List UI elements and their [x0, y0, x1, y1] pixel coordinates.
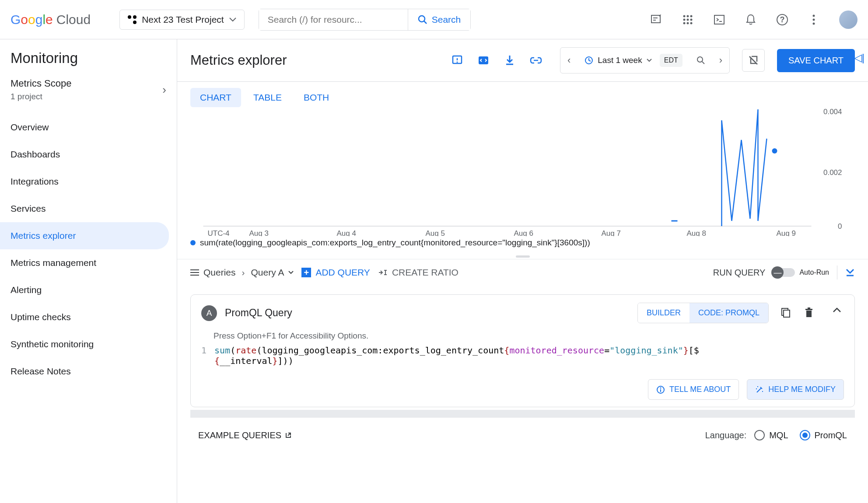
header-utilities: ? [650, 10, 858, 29]
code-mode-button[interactable]: CODE: PROMQL [690, 303, 768, 323]
download-icon[interactable] [502, 53, 517, 68]
sidebar-item-services[interactable]: Services [0, 195, 177, 222]
svg-rect-49 [805, 309, 812, 310]
project-picker[interactable]: Next 23 Test Project [119, 10, 245, 30]
main-content: Metrics explorer ‹ Last 1 week EDT › SAV… [177, 39, 868, 503]
code-icon[interactable] [476, 53, 491, 68]
tab-table[interactable]: TABLE [244, 88, 291, 107]
code-editor[interactable]: 1 sum(rate(logging_googleapis_com:export… [191, 345, 854, 372]
time-range-picker[interactable]: Last 1 week EDT [578, 48, 689, 73]
query-ai-actions: TELL ME ABOUT HELP ME MODIFY [191, 372, 854, 407]
tell-me-about-button[interactable]: TELL ME ABOUT [648, 379, 739, 400]
chevron-right-icon: › [162, 83, 166, 97]
sidebar-item-dashboards[interactable]: Dashboards [0, 141, 177, 168]
avatar[interactable] [839, 10, 858, 29]
svg-rect-47 [784, 310, 790, 317]
separator [837, 265, 837, 279]
copy-icon[interactable] [781, 307, 792, 319]
sidebar-item-label: Dashboards [10, 149, 60, 159]
collapse-icon[interactable] [833, 307, 844, 319]
help-me-modify-label: HELP ME MODIFY [768, 385, 836, 394]
sidebar-item-metrics-management[interactable]: Metrics management [0, 249, 177, 276]
radio-mql[interactable]: MQL [754, 430, 788, 440]
svg-point-10 [690, 18, 693, 21]
search-button-label: Search [432, 14, 461, 25]
time-range-label: Last 1 week [598, 56, 642, 65]
project-icon [128, 15, 136, 24]
caret-down-icon [229, 17, 236, 22]
section-divider [190, 410, 855, 418]
svg-rect-2 [651, 15, 660, 23]
sidebar-item-label: Alerting [10, 285, 42, 295]
sidebar-item-overview[interactable]: Overview [0, 114, 177, 141]
svg-rect-50 [808, 307, 810, 309]
feedback-icon[interactable] [650, 14, 662, 26]
delete-icon[interactable] [805, 307, 816, 319]
external-link-icon [285, 432, 292, 439]
svg-text:?: ? [780, 15, 785, 24]
sidebar: Monitoring Metrics Scope 1 project › Ove… [0, 39, 177, 503]
caret-down-icon [647, 59, 652, 62]
add-query-button[interactable]: + ADD QUERY [301, 267, 370, 278]
query-a-label: Query A [251, 267, 284, 278]
example-queries-link[interactable]: EXAMPLE QUERIES [198, 430, 292, 440]
sidebar-item-release-notes[interactable]: Release Notes [0, 358, 177, 385]
radio-icon [754, 430, 765, 440]
svg-point-8 [683, 18, 686, 21]
cloud-shell-icon[interactable] [713, 14, 725, 26]
accessibility-hint: Press Option+F1 for Accessibility Option… [191, 331, 854, 345]
sidebar-item-label: Services [10, 203, 46, 213]
metrics-scope[interactable]: Metrics Scope 1 project › [0, 74, 177, 114]
radio-promql[interactable]: PromQL [800, 430, 847, 440]
editor-mode-toggle: BUILDER CODE: PROMQL [637, 303, 769, 323]
feedback-icon[interactable] [450, 53, 465, 68]
svg-text:Aug 7: Aug 7 [602, 229, 621, 236]
auto-run-label: Auto-Run [799, 269, 829, 276]
create-ratio-label: CREATE RATIO [392, 267, 458, 278]
tab-both[interactable]: BOTH [294, 88, 339, 107]
page-title: Metrics explorer [190, 52, 441, 68]
info-icon [656, 385, 665, 394]
help-icon[interactable]: ? [776, 14, 788, 26]
radio-promql-label: PromQL [815, 430, 847, 440]
help-me-modify-button[interactable]: HELP ME MODIFY [747, 379, 844, 400]
tab-chart[interactable]: CHART [190, 88, 241, 107]
builder-mode-button[interactable]: BUILDER [638, 303, 690, 323]
expand-all-icon[interactable] [845, 268, 855, 277]
resize-handle-icon[interactable] [177, 254, 868, 259]
time-prev-button[interactable]: ‹ [560, 49, 578, 72]
link-icon[interactable] [528, 53, 543, 68]
search-box: Search [259, 9, 471, 31]
save-button-label: SAVE CHART [788, 56, 844, 65]
notifications-icon[interactable] [745, 14, 757, 26]
search-input[interactable] [259, 9, 408, 30]
create-ratio-button[interactable]: CREATE RATIO [378, 267, 458, 278]
language-label: Language: [705, 430, 747, 440]
save-chart-button[interactable]: SAVE CHART [777, 49, 855, 72]
example-queries-label: EXAMPLE QUERIES [198, 430, 281, 440]
sidebar-item-alerting[interactable]: Alerting [0, 276, 177, 304]
sidebar-item-synthetic-monitoring[interactable]: Synthetic monitoring [0, 331, 177, 358]
compare-off-icon[interactable] [742, 49, 765, 72]
queries-breadcrumb[interactable]: Queries › Query A [190, 267, 294, 278]
line-number: 1 [201, 345, 206, 366]
apps-icon[interactable] [682, 14, 694, 26]
more-icon[interactable] [808, 14, 820, 26]
svg-point-12 [687, 22, 689, 24]
clock-icon [584, 56, 593, 65]
scope-subtitle: 1 project [10, 92, 71, 101]
sidebar-item-label: Overview [10, 122, 49, 132]
svg-point-23 [456, 62, 458, 63]
legend-dot-icon [190, 240, 196, 245]
sidebar-item-metrics-explorer[interactable]: Metrics explorer [0, 222, 169, 249]
zoom-button[interactable] [690, 50, 712, 71]
time-next-button[interactable]: › [712, 49, 729, 72]
run-query-button[interactable]: RUN QUERY [713, 268, 766, 278]
queries-label: Queries [203, 267, 236, 278]
search-button[interactable]: Search [408, 9, 471, 30]
sidebar-item-uptime-checks[interactable]: Uptime checks [0, 304, 177, 331]
auto-run-toggle[interactable]: — Auto-Run [773, 268, 829, 277]
plus-icon: + [301, 268, 311, 277]
sidebar-item-integrations[interactable]: Integrations [0, 168, 177, 195]
google-cloud-logo[interactable]: Google Cloud [10, 12, 91, 27]
